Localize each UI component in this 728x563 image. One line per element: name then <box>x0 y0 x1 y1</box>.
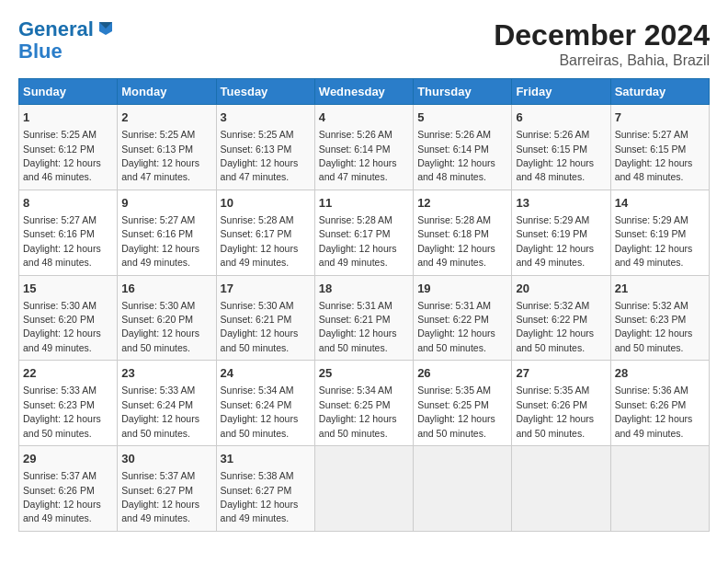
day-number: 14 <box>615 195 705 212</box>
day-number: 1 <box>23 109 113 126</box>
day-number: 18 <box>319 281 409 297</box>
calendar-cell: 27Sunrise: 5:35 AM Sunset: 6:26 PM Dayli… <box>512 361 610 446</box>
day-info: Sunrise: 5:36 AM Sunset: 6:26 PM Dayligh… <box>615 385 693 438</box>
day-info: Sunrise: 5:34 AM Sunset: 6:25 PM Dayligh… <box>319 385 397 438</box>
day-info: Sunrise: 5:27 AM Sunset: 6:16 PM Dayligh… <box>121 214 199 268</box>
day-info: Sunrise: 5:29 AM Sunset: 6:19 PM Dayligh… <box>516 214 594 268</box>
day-info: Sunrise: 5:27 AM Sunset: 6:15 PM Dayligh… <box>615 129 693 182</box>
day-number: 15 <box>23 281 113 297</box>
day-info: Sunrise: 5:38 AM Sunset: 6:27 PM Dayligh… <box>221 470 299 523</box>
calendar-cell: 10Sunrise: 5:28 AM Sunset: 6:17 PM Dayli… <box>216 190 314 275</box>
calendar-cell: 7Sunrise: 5:27 AM Sunset: 6:15 PM Daylig… <box>610 105 709 190</box>
header-day-wednesday: Wednesday <box>314 79 413 105</box>
week-row-2: 8Sunrise: 5:27 AM Sunset: 6:16 PM Daylig… <box>19 190 710 275</box>
calendar-cell: 30Sunrise: 5:37 AM Sunset: 6:27 PM Dayli… <box>118 446 216 532</box>
day-number: 3 <box>221 109 311 126</box>
main-title: December 2024 <box>494 18 710 52</box>
day-number: 17 <box>221 281 311 297</box>
day-info: Sunrise: 5:27 AM Sunset: 6:16 PM Dayligh… <box>23 214 101 268</box>
calendar-cell <box>414 446 512 532</box>
day-info: Sunrise: 5:30 AM Sunset: 6:20 PM Dayligh… <box>23 300 101 353</box>
week-row-1: 1Sunrise: 5:25 AM Sunset: 6:12 PM Daylig… <box>19 105 710 190</box>
day-number: 27 <box>516 365 606 382</box>
day-info: Sunrise: 5:35 AM Sunset: 6:26 PM Dayligh… <box>516 385 594 438</box>
day-number: 10 <box>221 195 311 212</box>
header-day-friday: Friday <box>512 79 610 105</box>
day-info: Sunrise: 5:30 AM Sunset: 6:21 PM Dayligh… <box>221 300 299 353</box>
calendar-cell: 8Sunrise: 5:27 AM Sunset: 6:16 PM Daylig… <box>19 190 118 275</box>
day-info: Sunrise: 5:33 AM Sunset: 6:23 PM Dayligh… <box>23 385 101 438</box>
day-number: 25 <box>319 365 409 382</box>
day-info: Sunrise: 5:31 AM Sunset: 6:21 PM Dayligh… <box>319 300 397 353</box>
day-info: Sunrise: 5:25 AM Sunset: 6:13 PM Dayligh… <box>221 129 299 182</box>
day-number: 2 <box>121 109 211 126</box>
calendar-cell: 24Sunrise: 5:34 AM Sunset: 6:24 PM Dayli… <box>216 361 314 446</box>
calendar-cell: 6Sunrise: 5:26 AM Sunset: 6:15 PM Daylig… <box>512 105 610 190</box>
calendar-cell: 17Sunrise: 5:30 AM Sunset: 6:21 PM Dayli… <box>216 275 314 361</box>
header-row: SundayMondayTuesdayWednesdayThursdayFrid… <box>19 79 710 105</box>
logo: General Blue <box>18 18 116 63</box>
day-number: 6 <box>516 109 606 126</box>
day-info: Sunrise: 5:28 AM Sunset: 6:18 PM Dayligh… <box>417 214 495 268</box>
day-number: 13 <box>516 195 606 212</box>
calendar-cell: 23Sunrise: 5:33 AM Sunset: 6:24 PM Dayli… <box>118 361 216 446</box>
subtitle: Barreiras, Bahia, Brazil <box>494 52 710 69</box>
calendar-cell <box>610 446 709 532</box>
title-block: December 2024 Barreiras, Bahia, Brazil <box>494 18 710 69</box>
day-number: 23 <box>121 365 211 382</box>
day-number: 30 <box>121 451 211 467</box>
day-info: Sunrise: 5:37 AM Sunset: 6:26 PM Dayligh… <box>23 470 101 523</box>
calendar-cell <box>314 446 413 532</box>
calendar-cell: 1Sunrise: 5:25 AM Sunset: 6:12 PM Daylig… <box>19 105 118 190</box>
day-number: 22 <box>23 365 113 382</box>
calendar-cell: 31Sunrise: 5:38 AM Sunset: 6:27 PM Dayli… <box>216 446 314 532</box>
calendar-cell: 15Sunrise: 5:30 AM Sunset: 6:20 PM Dayli… <box>19 275 118 361</box>
calendar-cell: 3Sunrise: 5:25 AM Sunset: 6:13 PM Daylig… <box>216 105 314 190</box>
calendar-cell: 2Sunrise: 5:25 AM Sunset: 6:13 PM Daylig… <box>118 105 216 190</box>
calendar-cell: 26Sunrise: 5:35 AM Sunset: 6:25 PM Dayli… <box>414 361 512 446</box>
day-info: Sunrise: 5:30 AM Sunset: 6:20 PM Dayligh… <box>121 300 199 353</box>
calendar-cell: 14Sunrise: 5:29 AM Sunset: 6:19 PM Dayli… <box>610 190 709 275</box>
day-info: Sunrise: 5:26 AM Sunset: 6:14 PM Dayligh… <box>319 129 397 182</box>
calendar-cell: 19Sunrise: 5:31 AM Sunset: 6:22 PM Dayli… <box>414 275 512 361</box>
day-number: 31 <box>221 451 311 467</box>
calendar-cell: 13Sunrise: 5:29 AM Sunset: 6:19 PM Dayli… <box>512 190 610 275</box>
calendar-header: SundayMondayTuesdayWednesdayThursdayFrid… <box>19 79 710 105</box>
day-info: Sunrise: 5:34 AM Sunset: 6:24 PM Dayligh… <box>221 385 299 438</box>
logo-icon <box>96 18 116 39</box>
calendar-cell: 5Sunrise: 5:26 AM Sunset: 6:14 PM Daylig… <box>414 105 512 190</box>
calendar-cell: 16Sunrise: 5:30 AM Sunset: 6:20 PM Dayli… <box>118 275 216 361</box>
day-info: Sunrise: 5:37 AM Sunset: 6:27 PM Dayligh… <box>121 470 199 523</box>
calendar-body: 1Sunrise: 5:25 AM Sunset: 6:12 PM Daylig… <box>19 105 710 532</box>
day-number: 21 <box>615 281 705 297</box>
day-info: Sunrise: 5:25 AM Sunset: 6:13 PM Dayligh… <box>121 129 199 182</box>
calendar-table: SundayMondayTuesdayWednesdayThursdayFrid… <box>18 78 710 532</box>
calendar-cell: 12Sunrise: 5:28 AM Sunset: 6:18 PM Dayli… <box>414 190 512 275</box>
day-number: 24 <box>221 365 311 382</box>
day-number: 5 <box>417 109 507 126</box>
week-row-3: 15Sunrise: 5:30 AM Sunset: 6:20 PM Dayli… <box>19 275 710 361</box>
week-row-4: 22Sunrise: 5:33 AM Sunset: 6:23 PM Dayli… <box>19 361 710 446</box>
day-number: 19 <box>417 281 507 297</box>
day-number: 16 <box>121 281 211 297</box>
header-day-sunday: Sunday <box>19 79 118 105</box>
logo-blue-text: Blue <box>18 40 63 63</box>
calendar-cell: 20Sunrise: 5:32 AM Sunset: 6:22 PM Dayli… <box>512 275 610 361</box>
week-row-5: 29Sunrise: 5:37 AM Sunset: 6:26 PM Dayli… <box>19 446 710 532</box>
logo-text: General <box>18 18 94 40</box>
day-info: Sunrise: 5:33 AM Sunset: 6:24 PM Dayligh… <box>121 385 199 438</box>
calendar-cell: 25Sunrise: 5:34 AM Sunset: 6:25 PM Dayli… <box>314 361 413 446</box>
header-day-monday: Monday <box>118 79 216 105</box>
calendar-cell <box>512 446 610 532</box>
day-number: 8 <box>23 195 113 212</box>
header-day-saturday: Saturday <box>610 79 709 105</box>
day-number: 26 <box>417 365 507 382</box>
day-info: Sunrise: 5:32 AM Sunset: 6:23 PM Dayligh… <box>615 300 693 353</box>
day-number: 29 <box>23 451 113 467</box>
day-number: 7 <box>615 109 705 126</box>
calendar-cell: 9Sunrise: 5:27 AM Sunset: 6:16 PM Daylig… <box>118 190 216 275</box>
calendar-cell: 28Sunrise: 5:36 AM Sunset: 6:26 PM Dayli… <box>610 361 709 446</box>
day-info: Sunrise: 5:32 AM Sunset: 6:22 PM Dayligh… <box>516 300 594 353</box>
calendar-cell: 4Sunrise: 5:26 AM Sunset: 6:14 PM Daylig… <box>314 105 413 190</box>
header-day-tuesday: Tuesday <box>216 79 314 105</box>
